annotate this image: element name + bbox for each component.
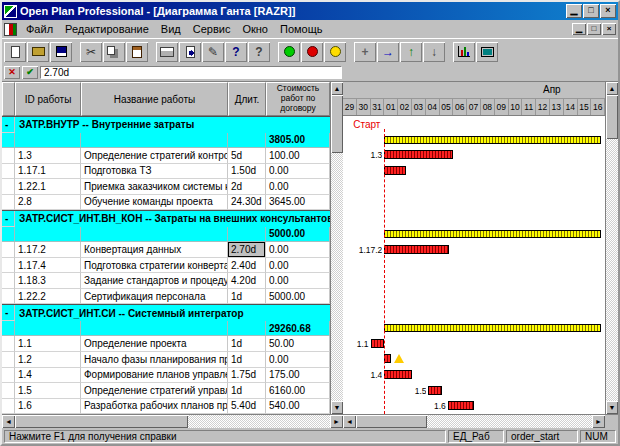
cell-name[interactable]: Определение проекта — [81, 336, 228, 352]
cell-name[interactable]: Начало фазы планирования проекта — [81, 352, 228, 368]
scroll-up-button[interactable]: ▲ — [606, 82, 618, 95]
cell-id[interactable]: 1.4 — [15, 368, 81, 384]
cell-cost[interactable]: 0.00 — [266, 352, 330, 368]
minimize-button[interactable]: ▁ — [566, 4, 582, 18]
cell-cost[interactable]: 0.00 — [266, 179, 330, 195]
cell-duration[interactable]: 1d — [228, 289, 266, 305]
summary-row[interactable]: 29260.68 — [2, 321, 330, 337]
close-button[interactable]: × — [600, 4, 616, 18]
cell-cost[interactable]: 540.00 — [266, 399, 330, 414]
gantt-summary-bar[interactable] — [384, 230, 600, 238]
cancel-edit-button[interactable]: ✕ — [4, 66, 20, 79]
task-row[interactable]: 1.17.2Конвертация данных2.70d0.00 — [2, 242, 330, 258]
cell-duration[interactable]: 2.70d — [228, 242, 266, 258]
scroll-thumb[interactable] — [15, 415, 188, 428]
task-row[interactable]: 1.17.1Подготовка ТЗ1.50d0.00 — [2, 164, 330, 180]
cell-id[interactable]: 1.22.2 — [15, 289, 81, 305]
scroll-left-button[interactable]: ◄ — [343, 415, 356, 428]
cell-duration[interactable] — [228, 321, 266, 337]
help-button[interactable]: ? — [225, 42, 247, 62]
collapse-column-header[interactable] — [2, 82, 15, 116]
scroll-right-button[interactable]: ► — [592, 415, 605, 428]
collapse-toggle[interactable]: - — [2, 211, 15, 227]
cell-duration[interactable]: 5d — [228, 148, 266, 164]
cell-cost[interactable]: 100.00 — [266, 148, 330, 164]
mdi-restore-button[interactable]: □ — [587, 23, 601, 35]
cell-duration[interactable]: 1d — [228, 336, 266, 352]
cell-name[interactable]: Формирование планов управления — [81, 368, 228, 384]
cell-id[interactable]: 1.2 — [15, 352, 81, 368]
cell-id[interactable]: 1.3 — [15, 148, 81, 164]
cell-duration[interactable]: 1d — [228, 352, 266, 368]
save-button[interactable] — [50, 42, 72, 62]
cell-cost[interactable]: 0.00 — [266, 164, 330, 180]
cell-duration[interactable]: 2d — [228, 179, 266, 195]
cell-name[interactable] — [81, 321, 228, 337]
gantt-task-bar[interactable] — [384, 166, 406, 175]
cell-name[interactable]: Обучение команды проекта — [81, 195, 228, 211]
document-icon[interactable] — [4, 23, 17, 36]
mdi-minimize-button[interactable]: ▁ — [572, 23, 586, 35]
gantt-summary-bar[interactable] — [384, 136, 600, 144]
gantt-task-bar[interactable] — [384, 150, 453, 159]
task-row[interactable]: 1.6Разработка рабочих планов проекта5.40… — [2, 399, 330, 414]
cell-duration[interactable]: 1.50d — [228, 164, 266, 180]
cell-cost[interactable]: 0.00 — [266, 273, 330, 289]
app-icon[interactable] — [4, 5, 17, 18]
cell-name[interactable]: Задание стандартов и процедур по д — [81, 273, 228, 289]
barchart-view-button[interactable] — [453, 42, 475, 62]
cell-cost[interactable]: 175.00 — [266, 368, 330, 384]
move-up-button[interactable]: ↑ — [400, 42, 422, 62]
collapse-toggle[interactable]: - — [2, 305, 15, 321]
task-row[interactable]: 1.17.4Подготовка стратегии конвертации2.… — [2, 258, 330, 274]
cell-cost[interactable]: 5000.00 — [266, 289, 330, 305]
paste-button[interactable] — [126, 42, 148, 62]
scroll-left-button[interactable]: ◄ — [2, 415, 15, 428]
cell-name[interactable]: Конвертация данных — [81, 242, 228, 258]
mdi-close-button[interactable]: × — [602, 23, 616, 35]
gantt-task-bar[interactable] — [428, 386, 442, 395]
cell-id[interactable] — [15, 321, 81, 337]
cell-id[interactable] — [15, 133, 81, 149]
scroll-track[interactable] — [356, 415, 592, 428]
cell-cost[interactable]: 3805.00 — [266, 133, 330, 149]
scroll-track[interactable] — [15, 415, 330, 428]
maximize-button[interactable]: □ — [583, 4, 599, 18]
scroll-right-button[interactable]: ► — [330, 415, 343, 428]
cell-edit-input[interactable]: 2.70d — [40, 66, 342, 79]
cell-duration[interactable]: 4.20d — [228, 273, 266, 289]
scroll-up-button[interactable]: ▲ — [331, 82, 343, 95]
cell-name[interactable]: Подготовка ТЗ — [81, 164, 228, 180]
gantt-task-bar[interactable] — [384, 245, 449, 254]
new-button[interactable] — [4, 42, 26, 62]
section-row[interactable]: -ЗАТР.ВНУТР -- Внутренние затраты — [2, 116, 330, 133]
cost-analysis-button[interactable] — [324, 42, 346, 62]
gantt-task-bar[interactable] — [448, 401, 474, 410]
task-row[interactable]: 1.5Определение стратегий управления и1d6… — [2, 383, 330, 399]
gantt-task-bar[interactable] — [384, 354, 391, 363]
cell-duration[interactable]: 1.75d — [228, 368, 266, 384]
section-row[interactable]: -ЗАТР.СИСТ_ИНТ.СИ -- Системный интеграто… — [2, 304, 330, 321]
cell-duration[interactable] — [228, 227, 266, 243]
gantt-task-bar[interactable] — [384, 370, 412, 379]
section-row[interactable]: -ЗАТР.СИСТ_ИНТ.ВН_КОН -- Затраты на внеш… — [2, 210, 330, 227]
cell-duration[interactable]: 24.30d — [228, 195, 266, 211]
menu-item-view[interactable]: Вид — [155, 22, 187, 36]
cell-cost[interactable]: 6160.00 — [266, 383, 330, 399]
scroll-down-button[interactable]: ▼ — [606, 401, 618, 414]
move-down-button[interactable]: ↓ — [423, 42, 445, 62]
cell-name[interactable]: Определение стратегий управления и — [81, 383, 228, 399]
scroll-track[interactable] — [331, 95, 343, 401]
collapse-toggle[interactable]: - — [2, 117, 15, 133]
task-row[interactable]: 1.1Определение проекта1d50.00 — [2, 336, 330, 352]
cell-duration[interactable]: 1d — [228, 383, 266, 399]
cell-id[interactable]: 1.6 — [15, 399, 81, 414]
menu-item-window[interactable]: Окно — [236, 22, 274, 36]
task-row[interactable]: 2.8Обучение команды проекта24.30d3645.00 — [2, 195, 330, 211]
cell-name[interactable]: Приемка заказчиком системы клиент — [81, 179, 228, 195]
cost-column-header[interactable]: Стоимость работ по договору — [266, 82, 330, 116]
scroll-down-button[interactable]: ▼ — [331, 401, 343, 414]
cell-id[interactable]: 1.17.1 — [15, 164, 81, 180]
cell-id[interactable]: 1.5 — [15, 383, 81, 399]
cell-duration[interactable]: 5.40d — [228, 399, 266, 414]
